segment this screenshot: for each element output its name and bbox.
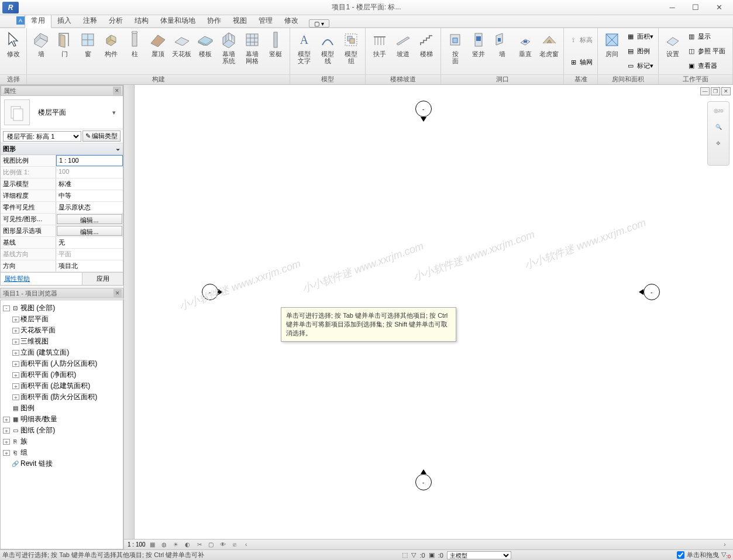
tree-item[interactable]: -⊡视图 (全部) bbox=[3, 303, 121, 314]
dormer-button[interactable]: 老虎窗 bbox=[537, 29, 561, 59]
elevation-marker-south[interactable]: - bbox=[415, 474, 432, 490]
type-dropdown-icon[interactable]: ▾ bbox=[112, 109, 119, 116]
wall-button[interactable]: 墙 bbox=[29, 29, 53, 59]
floor-button[interactable]: 楼板 bbox=[194, 29, 217, 59]
tree-item[interactable]: +立面 (建筑立面) bbox=[3, 347, 121, 358]
tree-twisty-icon[interactable]: + bbox=[3, 450, 10, 456]
pan-icon[interactable]: ✥ bbox=[712, 137, 725, 150]
model-group-button[interactable]: 模型 组 bbox=[339, 29, 363, 66]
tab-modify[interactable]: 修改 bbox=[278, 14, 304, 28]
tree-twisty-icon[interactable]: + bbox=[12, 372, 19, 378]
tree-item[interactable]: +三维视图 bbox=[3, 336, 121, 347]
tab-annotate[interactable]: 注释 bbox=[77, 14, 103, 28]
ceiling-button[interactable]: 天花板 bbox=[170, 29, 194, 59]
property-row[interactable]: 比例值 1:100 bbox=[1, 167, 123, 178]
tab-structure[interactable]: 结构 bbox=[129, 14, 154, 28]
view-close-icon[interactable]: ✕ bbox=[721, 87, 731, 95]
stair-button[interactable]: 楼梯 bbox=[415, 29, 438, 59]
property-value[interactable]: 编辑... bbox=[57, 226, 122, 236]
curtain-grid-button[interactable]: 幕墙 网格 bbox=[240, 29, 264, 66]
shaft-button[interactable]: 竖井 bbox=[467, 29, 490, 59]
tab-analyze[interactable]: 分析 bbox=[103, 14, 129, 28]
detail-level-icon[interactable]: ▦ bbox=[148, 541, 157, 549]
tree-item[interactable]: +面积平面 (净面积) bbox=[3, 369, 121, 380]
column-button[interactable]: 柱 bbox=[123, 29, 146, 59]
zoom-icon[interactable]: 🔍 bbox=[712, 121, 725, 133]
opening-wall-button[interactable]: 墙 bbox=[490, 29, 514, 59]
filter-off-icon[interactable]: ▽:0 bbox=[721, 551, 731, 559]
tab-insert[interactable]: 插入 bbox=[51, 14, 77, 28]
design-option-select[interactable]: 主模型 bbox=[447, 551, 511, 559]
property-row[interactable]: 零件可见性显示原状态 bbox=[1, 202, 123, 214]
drawing-canvas[interactable]: — ❐ ✕ ◎2D 🔍 ✥ - - - - 小小软件迷 www.xxrjm.co… bbox=[135, 85, 733, 539]
close-icon[interactable]: ✕ bbox=[113, 87, 121, 95]
nav-right-icon[interactable]: › bbox=[720, 541, 729, 549]
area-button[interactable]: ▦面积 ▾ bbox=[624, 32, 656, 42]
tree-twisty-icon[interactable]: + bbox=[12, 339, 19, 345]
prop-section-graphics[interactable]: 图形⌄ bbox=[1, 143, 123, 155]
tree-item[interactable]: +▭图纸 (全部) bbox=[3, 425, 121, 436]
tab-collab[interactable]: 协作 bbox=[201, 14, 227, 28]
tree-item[interactable]: +面积平面 (总建筑面积) bbox=[3, 380, 121, 391]
tree-twisty-icon[interactable]: + bbox=[3, 428, 10, 434]
type-name[interactable]: 楼层平面 bbox=[30, 108, 112, 118]
door-button[interactable]: 门 bbox=[53, 29, 76, 59]
maximize-button[interactable]: ☐ bbox=[684, 0, 707, 14]
property-value[interactable]: 项目北 bbox=[56, 260, 123, 272]
tree-item[interactable]: +⎗组 bbox=[3, 447, 121, 458]
property-value[interactable]: 平面 bbox=[56, 249, 123, 260]
ramp-button[interactable]: 坡道 bbox=[391, 29, 415, 59]
tree-item[interactable]: +天花板平面 bbox=[3, 325, 121, 336]
property-row[interactable]: 详细程度中等 bbox=[1, 190, 123, 202]
tree-twisty-icon[interactable]: - bbox=[3, 305, 10, 311]
elevation-marker-north[interactable]: - bbox=[415, 101, 432, 117]
mullion-button[interactable]: 竖梃 bbox=[264, 29, 287, 59]
property-row[interactable]: 基线无 bbox=[1, 237, 123, 249]
tab-manage[interactable]: 管理 bbox=[253, 14, 278, 28]
property-row[interactable]: 方向项目北 bbox=[1, 260, 123, 272]
tree-item[interactable]: +⎘族 bbox=[3, 436, 121, 447]
property-value[interactable]: 100 bbox=[56, 167, 123, 178]
opening-face-button[interactable]: 按 面 bbox=[443, 29, 467, 66]
tree-item[interactable]: +楼层平面 bbox=[3, 314, 121, 325]
edit-type-button[interactable]: ✎编辑类型 bbox=[82, 130, 121, 142]
navigation-bar[interactable]: ◎2D 🔍 ✥ bbox=[707, 101, 729, 166]
tree-item[interactable]: +▦明细表/数量 bbox=[3, 414, 121, 425]
legend-button[interactable]: ▤图例 bbox=[624, 46, 656, 57]
instance-selector[interactable]: 楼层平面: 标高 1 bbox=[3, 131, 81, 142]
property-value[interactable]: 编辑... bbox=[57, 214, 122, 224]
property-row[interactable]: 视图比例1 : 100 bbox=[1, 155, 123, 167]
tree-twisty-icon[interactable]: + bbox=[12, 394, 19, 400]
close-button[interactable]: ✕ bbox=[707, 0, 731, 14]
tab-home[interactable]: 常用 bbox=[25, 13, 51, 28]
curtain-system-button[interactable]: 幕墙 系统 bbox=[217, 29, 240, 66]
roof-button[interactable]: 屋顶 bbox=[146, 29, 170, 59]
property-value[interactable]: 中等 bbox=[56, 190, 123, 201]
minimize-button[interactable]: ─ bbox=[660, 0, 684, 14]
selection-icon[interactable]: ▣ bbox=[429, 551, 435, 559]
component-button[interactable]: 构件 bbox=[99, 29, 123, 59]
visual-style-icon[interactable]: ◍ bbox=[160, 541, 169, 549]
press-drag-checkbox[interactable] bbox=[677, 551, 684, 559]
nav-left-icon[interactable]: ‹ bbox=[242, 541, 251, 549]
show-button[interactable]: ▥显示 bbox=[684, 32, 728, 42]
tree-item[interactable]: 🔗Revit 链接 bbox=[3, 458, 121, 469]
tree-twisty-icon[interactable]: + bbox=[3, 439, 10, 445]
vertical-button[interactable]: 垂直 bbox=[514, 29, 537, 59]
crop-icon[interactable]: ✂ bbox=[195, 541, 204, 549]
elevation-marker-west[interactable]: - bbox=[202, 284, 218, 300]
ref-plane-button[interactable]: ◫参照 平面 bbox=[684, 46, 728, 57]
property-row[interactable]: 可见性/图形...编辑... bbox=[1, 214, 123, 225]
property-row[interactable]: 显示模型标准 bbox=[1, 178, 123, 190]
window-button[interactable]: 窗 bbox=[76, 29, 99, 59]
tree-twisty-icon[interactable]: + bbox=[12, 383, 19, 389]
grid-button[interactable]: ⊞轴网 bbox=[566, 57, 595, 67]
property-value[interactable]: 显示原状态 bbox=[56, 202, 123, 213]
property-row[interactable]: 图形显示选项编辑... bbox=[1, 225, 123, 237]
elevation-marker-east[interactable]: - bbox=[643, 284, 660, 300]
modify-button[interactable]: 修改 bbox=[2, 29, 24, 59]
crop-region-icon[interactable]: ▢ bbox=[207, 541, 216, 549]
tree-item[interactable]: +面积平面 (人防分区面积) bbox=[3, 358, 121, 369]
room-button[interactable]: 房间 bbox=[600, 29, 624, 59]
browser-header[interactable]: 项目1 - 项目浏览器✕ bbox=[0, 288, 123, 298]
